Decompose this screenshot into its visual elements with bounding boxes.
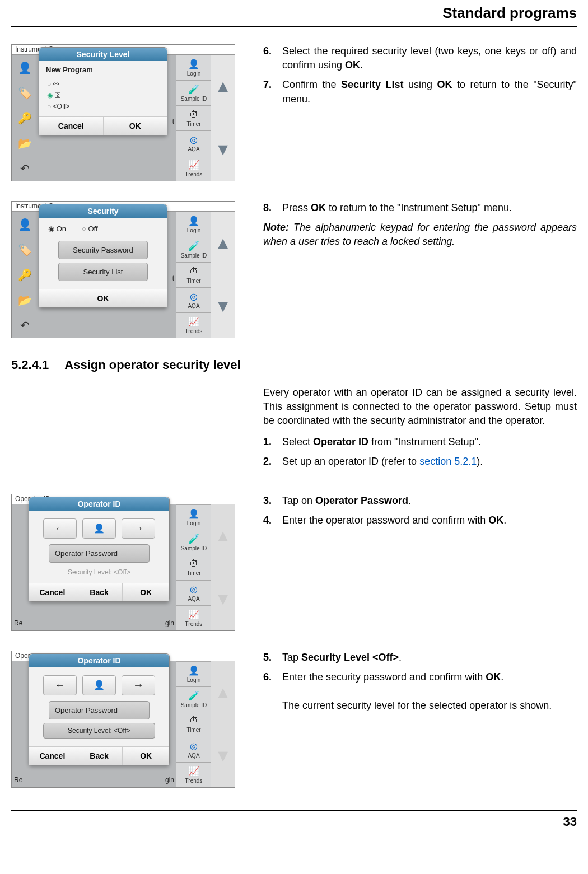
option-one-key[interactable]: ⚿ — [46, 90, 160, 101]
step-text: Tap on Operator Password. — [282, 494, 577, 508]
step-text: Enter the operator password and confirm … — [282, 513, 577, 527]
step-number: 5. — [263, 651, 277, 665]
ok-button[interactable]: OK — [123, 583, 169, 601]
radio-on[interactable]: On — [48, 225, 66, 233]
operator-password-button[interactable]: Operator Password — [49, 544, 150, 563]
sample-icon: 🧪 — [188, 84, 199, 95]
scroll-down-icon[interactable]: ▼ — [211, 118, 235, 181]
step-text: Set up an operator ID (refer to section … — [282, 455, 577, 469]
operator-icon: 👤 — [82, 675, 116, 695]
dialog-title: Operator ID — [29, 497, 169, 511]
timer-icon: ⏱ — [189, 110, 198, 120]
aqa-icon: ◎ — [190, 134, 198, 145]
dialog-title: Security — [39, 204, 167, 218]
scroll-up-icon[interactable]: ▲ — [211, 55, 235, 118]
section-link[interactable]: section 5.2.1 — [419, 456, 477, 467]
screenshot-operator-id-level: Operator ID 👤Login 🧪Sample ID ⏱Timer ◎AQ… — [11, 651, 235, 788]
cancel-button[interactable]: Cancel — [29, 583, 76, 601]
dialog-title: Operator ID — [29, 654, 169, 667]
step-number: 6. — [263, 44, 277, 72]
step-number: 4. — [263, 513, 277, 527]
step-text: Press OK to return to the "Instrument Se… — [282, 201, 577, 215]
operator-icon: 👤 — [82, 518, 116, 539]
back-icon: ↶ — [12, 156, 38, 181]
user-icon: 👤 — [12, 55, 38, 80]
dialog-title: Security Level — [39, 48, 167, 61]
screenshot-security: Instrument Setup 👤 🏷️ 🔑 📂 ↶ 👤Login 🧪Samp… — [11, 201, 235, 338]
radio-off[interactable]: Off — [82, 225, 98, 233]
security-level-button[interactable]: Security Level: <Off> — [43, 723, 155, 739]
folder-icon: 📂 — [12, 130, 38, 156]
intro-paragraph: Every operator with an operator ID can b… — [263, 386, 577, 428]
prev-button[interactable]: ← — [43, 518, 77, 539]
security-password-button[interactable]: Security Password — [58, 241, 148, 259]
scroll-down-icon[interactable]: ▼ — [211, 275, 235, 338]
key-icon: 🔑 — [12, 105, 38, 130]
ok-button[interactable]: OK — [39, 289, 167, 307]
next-button[interactable]: → — [122, 518, 155, 539]
cancel-button[interactable]: Cancel — [29, 747, 76, 765]
step-number: 2. — [263, 455, 277, 469]
security-level-disabled: Security Level: <Off> — [36, 568, 162, 576]
label-icon: 🏷️ — [12, 80, 38, 105]
dialog-subtitle: New Program — [46, 66, 160, 74]
step-number: 7. — [263, 78, 277, 106]
security-list-button[interactable]: Security List — [58, 263, 148, 281]
page-footer: 33 — [11, 810, 577, 829]
step-text: Select Operator ID from "Instrument Setu… — [282, 435, 577, 449]
back-button[interactable]: Back — [76, 747, 123, 765]
scroll-up-icon[interactable]: ▲ — [211, 212, 235, 275]
cancel-button[interactable]: Cancel — [39, 117, 104, 135]
step-number: 3. — [263, 494, 277, 508]
step-text: Select the required security level (two … — [282, 44, 577, 72]
ok-button[interactable]: OK — [123, 747, 169, 765]
next-button[interactable]: → — [122, 675, 155, 695]
step-text: Enter the security password and confirm … — [282, 670, 577, 713]
page-header: Standard programs — [11, 0, 577, 27]
step-number: 1. — [263, 435, 277, 449]
step-number: 6. — [263, 670, 277, 713]
step-text: Tap Security Level <Off>. — [282, 651, 577, 665]
right-toolbar: 👤Login 🧪Sample ID ⏱Timer ◎AQA 📈Trends — [176, 55, 211, 181]
login-icon: 👤 — [188, 59, 199, 69]
left-toolbar: 👤 🏷️ 🔑 📂 ↶ — [12, 55, 38, 181]
step-number: 8. — [263, 201, 277, 215]
section-heading: 5.2.4.1 Assign operator security level — [11, 358, 577, 372]
screenshot-security-level: Instrument Setup 👤 🏷️ 🔑 📂 ↶ 👤Login 🧪Samp… — [11, 44, 235, 181]
ok-button[interactable]: OK — [104, 117, 167, 135]
prev-button[interactable]: ← — [43, 675, 77, 695]
step-text: Confirm the Security List using OK to re… — [282, 78, 577, 106]
trends-icon: 📈 — [188, 160, 199, 170]
note-text: Note: The alphanumeric keypad for enteri… — [263, 221, 577, 249]
option-two-keys[interactable]: ⚯ — [46, 78, 160, 90]
screenshot-operator-id-pw: Operator ID 👤Login 🧪Sample ID ⏱Timer ◎AQ… — [11, 494, 235, 631]
operator-password-button[interactable]: Operator Password — [49, 701, 150, 719]
back-button[interactable]: Back — [76, 583, 123, 601]
option-off[interactable]: <Off> — [46, 101, 160, 112]
